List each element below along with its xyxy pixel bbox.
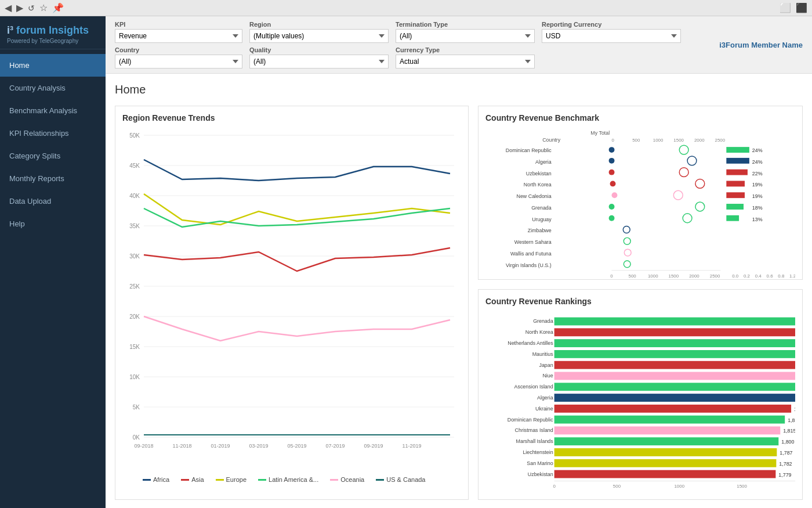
svg-point-78	[624, 249, 631, 256]
svg-point-59	[612, 192, 618, 198]
sidebar-logo: i³ forum Insights Powered by TeleGeograp…	[0, 16, 106, 49]
benchmark-chart: My Total 0 500 1000 1500 2000 2500 Count…	[485, 127, 795, 280]
svg-rect-130	[554, 437, 779, 445]
country-select[interactable]: (All)	[115, 55, 242, 69]
termination-filter-group: Termination Type (All)	[396, 21, 535, 43]
logo-subtitle: Powered by TeleGeography	[7, 38, 99, 44]
rankings-title: Country Revenue Rankings	[485, 297, 795, 306]
legend-europe-label: Europe	[226, 476, 246, 483]
svg-rect-124	[554, 416, 785, 424]
currency-type-select[interactable]: Actual	[396, 55, 535, 69]
sidebar-item-home[interactable]: Home	[0, 54, 106, 77]
svg-rect-115	[554, 383, 795, 391]
legend-africa-label: Africa	[153, 476, 169, 483]
reporting-select[interactable]: USD	[542, 29, 681, 43]
termination-select[interactable]: (All)	[396, 29, 535, 43]
kpi-select[interactable]: Revenue	[115, 29, 242, 43]
region-select[interactable]: (Multiple values)	[249, 29, 389, 43]
quality-select[interactable]: (All)	[249, 55, 389, 69]
termination-label: Termination Type	[396, 21, 535, 28]
svg-point-44	[609, 158, 615, 164]
logo-forum: forum	[13, 24, 46, 36]
svg-rect-71	[726, 215, 739, 221]
sidebar-item-kpi-relationships[interactable]: KPI Relationships	[0, 122, 106, 145]
chart-legend: Africa Asia Europe Latin America &.	[122, 476, 461, 483]
svg-text:500: 500	[613, 484, 621, 489]
svg-text:500: 500	[632, 138, 640, 143]
sidebar-item-help[interactable]: Help	[0, 212, 106, 235]
sidebar-item-benchmark-analysis[interactable]: Benchmark Analysis	[0, 99, 106, 122]
svg-rect-118	[554, 394, 795, 402]
svg-text:5K: 5K	[133, 404, 140, 410]
svg-rect-106	[554, 350, 795, 358]
svg-text:Zimbabwe: Zimbabwe	[528, 228, 552, 233]
sidebar-item-monthly-reports[interactable]: Monthly Reports	[0, 167, 106, 190]
svg-text:Virgin Islands (U.S.): Virgin Islands (U.S.)	[506, 262, 552, 268]
forward-button[interactable]: ▶	[16, 2, 23, 13]
dashboard: Home Region Revenue Trends 50K 45K 40K 3…	[106, 74, 812, 508]
rankings-panel: Country Revenue Rankings Grenada 2,374 N…	[478, 289, 803, 500]
pin-button[interactable]: 📌	[52, 2, 64, 13]
logo-i3: i³	[7, 24, 13, 36]
share-button[interactable]: ⬜	[780, 2, 791, 13]
region-trends-chart: 50K 45K 40K 35K 30K 25K 20K 15K 10K 5K 0…	[122, 127, 461, 470]
back-button[interactable]: ◀	[5, 2, 12, 13]
currency-type-filter-group: Currency Type Actual	[396, 46, 535, 69]
svg-point-45	[687, 156, 697, 165]
bookmark-button[interactable]: ☆	[39, 2, 48, 13]
svg-text:03-2019: 03-2019	[249, 443, 268, 449]
legend-africa: Africa	[143, 476, 169, 483]
svg-point-40	[679, 145, 688, 154]
svg-text:0: 0	[610, 273, 613, 279]
charts-row: Region Revenue Trends 50K 45K 40K 35K 30…	[115, 106, 803, 500]
svg-text:Netherlands Antilles: Netherlands Antilles	[507, 340, 553, 346]
svg-text:500: 500	[629, 273, 637, 279]
svg-text:2000: 2000	[694, 138, 705, 143]
svg-text:40K: 40K	[129, 193, 140, 199]
svg-point-55	[695, 179, 705, 189]
svg-text:25K: 25K	[129, 283, 140, 290]
sidebar-item-data-upload[interactable]: Data Upload	[0, 190, 106, 212]
svg-rect-103	[554, 339, 795, 347]
svg-text:North Korea: North Korea	[525, 329, 553, 335]
legend-latin-label: Latin America &...	[269, 476, 318, 483]
quality-label: Quality	[249, 46, 389, 53]
main-content: KPI Revenue Region (Multiple values) Ter…	[106, 16, 812, 508]
benchmark-title: Country Revenue Benchmark	[485, 113, 795, 123]
svg-rect-112	[554, 372, 795, 380]
fullscreen-button[interactable]: ⬛	[796, 2, 807, 13]
svg-text:0.0: 0.0	[732, 273, 739, 279]
sidebar-item-category-splits[interactable]: Category Splits	[0, 145, 106, 167]
svg-text:0.6: 0.6	[767, 273, 774, 279]
legend-us-canada-color	[376, 479, 384, 481]
svg-text:2500: 2500	[710, 273, 720, 279]
svg-text:20K: 20K	[129, 314, 140, 320]
svg-text:1,851: 1,851	[788, 417, 795, 423]
quality-filter-group: Quality (All)	[249, 46, 389, 69]
svg-text:22%: 22%	[752, 171, 763, 176]
legend-oceania-color	[330, 479, 338, 481]
svg-text:10K: 10K	[129, 374, 140, 380]
sidebar-nav: Home Country Analysis Benchmark Analysis…	[0, 49, 106, 508]
legend-europe: Europe	[216, 476, 246, 483]
legend-oceania: Oceania	[330, 476, 364, 483]
svg-rect-41	[726, 147, 749, 153]
svg-text:1500: 1500	[737, 484, 747, 489]
benchmark-panel: Country Revenue Benchmark My Total 0 500…	[478, 106, 803, 280]
svg-point-54	[610, 181, 616, 186]
svg-text:My Total: My Total	[590, 130, 610, 136]
sidebar-item-country-analysis[interactable]: Country Analysis	[0, 77, 106, 99]
svg-text:30K: 30K	[129, 253, 140, 260]
svg-text:0: 0	[612, 138, 615, 143]
legend-latin-color	[258, 479, 266, 481]
reload-button[interactable]: ↺	[28, 3, 35, 13]
svg-point-39	[609, 147, 615, 153]
svg-text:0.2: 0.2	[744, 273, 750, 279]
svg-text:18%: 18%	[752, 205, 763, 211]
browser-bar: ◀ ▶ ↺ ☆ 📌 ⬜ ⬛	[0, 0, 812, 16]
svg-text:Ukraine: Ukraine	[535, 406, 553, 412]
svg-text:1000: 1000	[648, 273, 658, 279]
svg-rect-46	[726, 158, 749, 164]
svg-text:05-2019: 05-2019	[287, 443, 306, 449]
svg-text:Grenada: Grenada	[533, 319, 553, 325]
